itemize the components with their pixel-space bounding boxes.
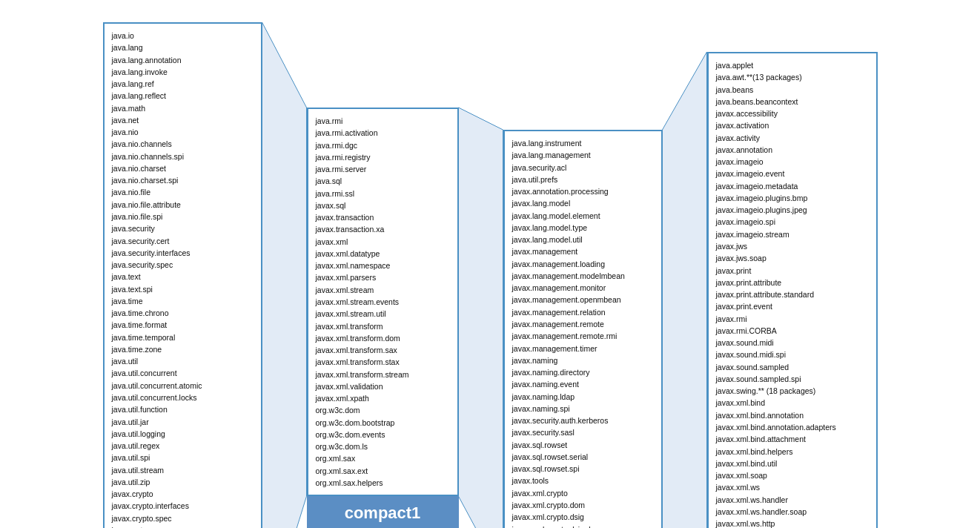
package-item: java.nio.channels [112, 138, 254, 150]
package-item: javax.security.sasl [512, 426, 654, 438]
package-item: java.nio.charset [112, 162, 254, 174]
package-item: java.lang.ref [112, 78, 254, 90]
package-item: javax.naming.event [512, 378, 654, 390]
package-item: javax.xml.transform.dom [316, 332, 450, 344]
package-item: java.beans.beancontext [716, 96, 869, 108]
column-compact3: java.lang.instrumentjava.lang.management… [503, 130, 663, 528]
package-item: java.lang.invoke [112, 66, 254, 78]
package-item: java.rmi.server [316, 163, 450, 175]
package-item: java.time.zone [112, 343, 254, 355]
package-item: javax.xml.transform.sax [316, 344, 450, 356]
package-item: javax.lang.model [512, 197, 654, 209]
package-item: java.lang [112, 42, 254, 53]
package-item: org.xml.sax.ext [316, 465, 450, 477]
package-item: java.time.temporal [112, 331, 254, 343]
package-item: java.security.spec [112, 259, 254, 271]
package-item: javax.jws.soap [716, 252, 869, 264]
package-item: javax.xml.bind [716, 397, 869, 409]
box-compact1-packages: java.iojava.langjava.lang.annotationjava… [103, 22, 262, 528]
package-list-1: java.rmijava.rmi.activationjava.rmi.dgcj… [316, 115, 450, 489]
package-item: javax.management.timer [512, 343, 654, 354]
package-item: javax.print.attribute [716, 277, 869, 288]
package-item: javax.crypto [112, 488, 254, 500]
package-item: javax.annotation.processing [512, 185, 654, 197]
package-item: java.sql [316, 175, 450, 187]
package-item: javax.xml.transform.stax [316, 356, 450, 368]
package-item: java.security.cert [112, 235, 254, 247]
package-item: javax.xml.bind.attachment [716, 433, 869, 445]
package-item: javax.xml.stream [316, 284, 450, 296]
package-item: java.net [112, 114, 254, 126]
package-item: javax.naming.spi [512, 403, 654, 415]
package-item: javax.xml.crypto.dsig [512, 511, 654, 523]
package-item: javax.imageio.plugins.bmp [716, 192, 869, 204]
package-item: javax.rmi.CORBA [716, 325, 869, 337]
box-compact3-packages: java.lang.instrumentjava.lang.management… [503, 130, 663, 528]
package-item: javax.xml.stream.events [316, 296, 450, 308]
column-compact2: java.rmijava.rmi.activationjava.rmi.dgcj… [307, 108, 459, 528]
package-item: javax.imageio.event [716, 168, 869, 179]
package-item: javax.swing.** (18 packages) [716, 385, 869, 397]
package-item: javax.tools [512, 475, 654, 486]
package-list-2: java.lang.instrumentjava.lang.management… [512, 137, 654, 528]
package-item: javax.print.attribute.standard [716, 288, 869, 300]
package-item: javax.management.remote.rmi [512, 330, 654, 342]
package-item: javax.sound.sampled [716, 361, 869, 373]
package-item: javax.management.modelmbean [512, 270, 654, 282]
package-item: java.nio.file.attribute [112, 199, 254, 211]
package-item: javax.sql.rowset.serial [512, 451, 654, 463]
package-item: javax.xml.crypto [512, 487, 654, 499]
package-item: javax.sql.rowset.spi [512, 463, 654, 475]
package-item: javax.management [512, 245, 654, 257]
package-item: javax.print.event [716, 300, 869, 312]
package-item: javax.xml.ws [716, 481, 869, 493]
package-item: javax.xml.transform.stream [316, 369, 450, 380]
package-item: javax.xml [316, 236, 450, 248]
package-item: javax.xml.bind.annotation [716, 409, 869, 421]
package-item: javax.imageio.stream [716, 228, 869, 240]
package-item: java.util.concurrent.atomic [112, 380, 254, 392]
package-item: javax.xml.datatype [316, 248, 450, 260]
package-item: java.util.concurrent [112, 367, 254, 379]
package-item: org.xml.sax [316, 452, 450, 464]
package-item: javax.rmi [716, 313, 869, 325]
package-item: javax.xml.validation [316, 380, 450, 392]
package-item: java.beans [716, 84, 869, 96]
package-item: java.util.concurrent.locks [112, 392, 254, 403]
package-item: java.text [112, 271, 254, 283]
package-item: javax.annotation [716, 144, 869, 156]
package-item: org.w3c.dom.bootstrap [316, 417, 450, 429]
package-item: javax.sql.rowset [512, 439, 654, 451]
column-compact1: java.iojava.langjava.lang.annotationjava… [103, 22, 262, 528]
package-item: javax.sound.midi [716, 337, 869, 349]
package-item: javax.accessibility [716, 108, 869, 119]
package-item: javax.xml.namespace [316, 260, 450, 271]
package-item: java.math [112, 102, 254, 114]
package-list-0: java.iojava.langjava.lang.annotationjava… [112, 30, 254, 528]
package-item: javax.lang.model.util [512, 234, 654, 245]
package-item: java.util.prefs [512, 174, 654, 185]
package-item: javax.xml.transform [316, 320, 450, 332]
package-item: javax.naming.ldap [512, 391, 654, 403]
package-item: java.lang.annotation [112, 54, 254, 66]
package-item: org.w3c.dom [316, 404, 450, 416]
package-item: javax.xml.ws.handler [716, 494, 869, 506]
column-full-java-se: java.appletjava.awt.**(13 packages)java.… [707, 52, 878, 528]
package-item: java.util.regex [112, 440, 254, 452]
package-item: javax.xml.parsers [316, 271, 450, 283]
package-item: javax.sql [316, 199, 450, 211]
package-item: java.text.spi [112, 283, 254, 295]
package-item: javax.management.openmbean [512, 294, 654, 306]
package-item: javax.naming.directory [512, 366, 654, 378]
package-item: javax.xml.soap [716, 469, 869, 481]
package-item: javax.jws [716, 240, 869, 252]
package-item: java.nio [112, 126, 254, 138]
package-item: javax.naming [512, 354, 654, 366]
diagram-container: java.iojava.langjava.lang.annotationjava… [0, 0, 980, 528]
box-label-compact2: compact1 [307, 496, 459, 528]
package-item: javax.crypto.interfaces [112, 500, 254, 512]
package-item: javax.security.auth.kerberos [512, 415, 654, 426]
box-compact2-packages: java.rmijava.rmi.activationjava.rmi.dgcj… [307, 108, 459, 496]
package-list-3: java.appletjava.awt.**(13 packages)java.… [716, 59, 869, 528]
package-item: javax.xml.ws.handler.soap [716, 506, 869, 518]
